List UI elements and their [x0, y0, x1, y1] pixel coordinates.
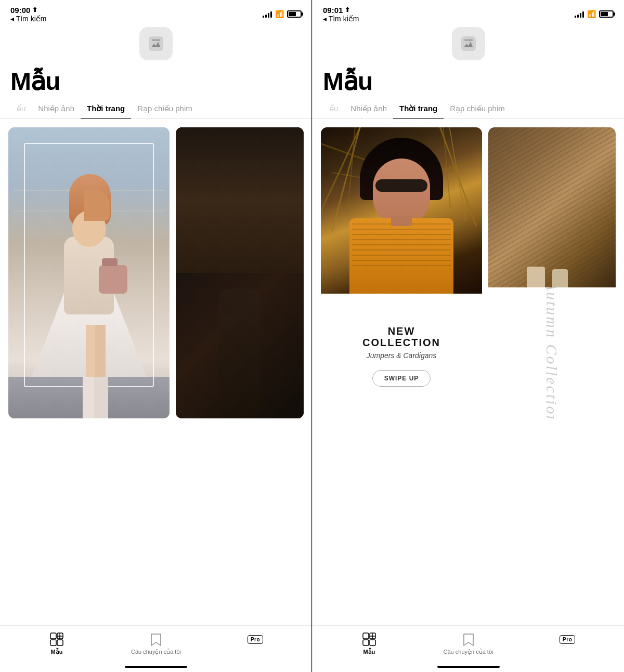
nav-label-stories-right: Câu chuyện của tôi [444, 649, 493, 655]
status-right-group: 09:01 ⬆ ◂ Tìm kiếm [323, 6, 359, 23]
tab-left-photography[interactable]: Nhiếp ảnh [32, 99, 81, 118]
tab-right-0[interactable]: ểu [323, 99, 344, 118]
app-icon-area-left [0, 23, 312, 62]
swipe-up-button[interactable]: SWIPE UP [372, 370, 431, 387]
pro-icon-right: Pro [560, 632, 575, 647]
time-text-right: 09:01 [323, 6, 343, 15]
app-logo-left [147, 34, 165, 53]
time-display-left: 09:00 ⬆ [10, 6, 46, 15]
back-button-left[interactable]: ◂ Tìm kiếm [10, 15, 46, 23]
grid-plus-icon-left [49, 632, 64, 647]
nav-item-templates-right[interactable]: Mẫu [351, 632, 387, 655]
right-phone-panel: 09:01 ⬆ ◂ Tìm kiếm 📶 Mẫu [312, 0, 624, 672]
back-button-right[interactable]: ◂ Tìm kiếm [323, 15, 359, 23]
signal-icon-left [263, 10, 272, 18]
nav-label-stories-left: Câu chuyện của tôi [131, 649, 181, 655]
wifi-icon-left: 📶 [275, 10, 284, 18]
template-card-1[interactable]: MỚI [8, 127, 170, 418]
svg-rect-4 [50, 640, 56, 645]
templates-area-left: MỚI [0, 119, 312, 625]
new-collection-title: NEW COLLECTION [362, 325, 440, 348]
status-bar-right: 09:01 ⬆ ◂ Tìm kiếm 📶 [313, 0, 624, 23]
back-label-right[interactable]: ◂ Tìm kiếm [323, 15, 359, 23]
pro-icon-left: Pro [248, 632, 263, 647]
app-icon-right [452, 27, 485, 60]
status-icons-right: 📶 [575, 10, 614, 18]
tab-left-0[interactable]: ểu [10, 99, 32, 118]
battery-icon-right [599, 10, 614, 18]
back-label-left[interactable]: ◂ Tìm kiếm [10, 15, 46, 23]
jumpers-subtitle: Jumpers & Cardigans [367, 351, 437, 360]
svg-rect-1 [152, 39, 160, 41]
tab-right-photography[interactable]: Nhiếp ảnh [344, 99, 393, 118]
app-icon-left [139, 27, 173, 60]
svg-rect-13 [363, 640, 369, 645]
home-indicator-right [437, 666, 500, 668]
status-bar-left: 09:00 ⬆ ◂ Tìm kiếm 📶 [0, 0, 312, 23]
location-arrow-left: ⬆ [32, 6, 37, 14]
new-text: NEW [388, 325, 415, 337]
svg-rect-2 [50, 633, 56, 639]
bottom-nav-left: Mẫu Câu chuyện của tôi Pro Pro [0, 625, 312, 672]
nav-item-templates-left[interactable]: Mẫu [38, 632, 75, 655]
nav-label-templates-left: Mẫu [51, 649, 63, 655]
svg-rect-5 [57, 640, 63, 645]
tabs-left: ểu Nhiếp ảnh Thời trang Rạp chiếu phim [0, 99, 312, 119]
templates-area-right: NEW COLLECTION Jumpers & Cardigans SWIPE… [313, 119, 624, 625]
time-text-left: 09:00 [10, 6, 30, 15]
app-icon-area-right [313, 23, 624, 62]
autumn-collection-text: Autumn Collection [543, 287, 561, 418]
status-icons-left: 📶 [263, 10, 302, 18]
tab-left-fashion[interactable]: Thời trang [81, 99, 131, 118]
svg-rect-14 [370, 640, 375, 645]
nav-item-stories-left[interactable]: Câu chuyện của tôi [131, 632, 181, 655]
signal-icon-right [575, 10, 584, 18]
template-card-new-collection[interactable]: NEW COLLECTION Jumpers & Cardigans SWIPE… [321, 127, 482, 418]
bookmark-icon-left [149, 632, 163, 647]
svg-rect-0 [149, 36, 163, 51]
svg-rect-11 [363, 633, 369, 639]
wifi-icon-right: 📶 [587, 10, 596, 18]
battery-icon-left [287, 10, 302, 18]
tab-right-cinema[interactable]: Rạp chiếu phim [444, 99, 511, 118]
template-card-2[interactable] [176, 127, 304, 418]
pro-badge-left: Pro [248, 635, 263, 644]
page-title-left: Mẫu [0, 62, 312, 99]
time-display-right: 09:01 ⬆ [323, 6, 359, 15]
tab-right-fashion[interactable]: Thời trang [393, 99, 444, 118]
bottom-nav-right: Mẫu Câu chuyện của tôi Pro Pro [313, 625, 624, 672]
nav-item-pro-right[interactable]: Pro Pro [549, 632, 586, 655]
svg-rect-9 [461, 36, 476, 51]
bookmark-icon-right [461, 632, 476, 647]
svg-rect-10 [464, 39, 473, 41]
app-logo-right [459, 34, 478, 53]
tabs-right: ểu Nhiếp ảnh Thời trang Rạp chiếu phim [313, 99, 624, 119]
card-text-area: NEW COLLECTION Jumpers & Cardigans SWIPE… [321, 294, 482, 418]
collection-text: COLLECTION [362, 337, 440, 348]
photo-top-right [321, 127, 482, 294]
nav-item-stories-right[interactable]: Câu chuyện của tôi [444, 632, 493, 655]
home-indicator-left [125, 666, 187, 668]
pro-badge-right: Pro [560, 635, 575, 644]
page-title-right: Mẫu [313, 62, 624, 99]
left-phone-panel: 09:00 ⬆ ◂ Tìm kiếm 📶 Mẫu [0, 0, 312, 672]
status-left-group: 09:00 ⬆ ◂ Tìm kiếm [10, 6, 46, 23]
nav-item-pro-left[interactable]: Pro Pro [237, 632, 274, 655]
grid-plus-icon-right [362, 632, 376, 647]
tab-left-cinema[interactable]: Rạp chiếu phim [131, 99, 199, 118]
nav-label-templates-right: Mẫu [363, 649, 375, 655]
location-arrow-right: ⬆ [345, 6, 350, 14]
template-card-autumn[interactable]: Autumn Collection [488, 127, 616, 418]
